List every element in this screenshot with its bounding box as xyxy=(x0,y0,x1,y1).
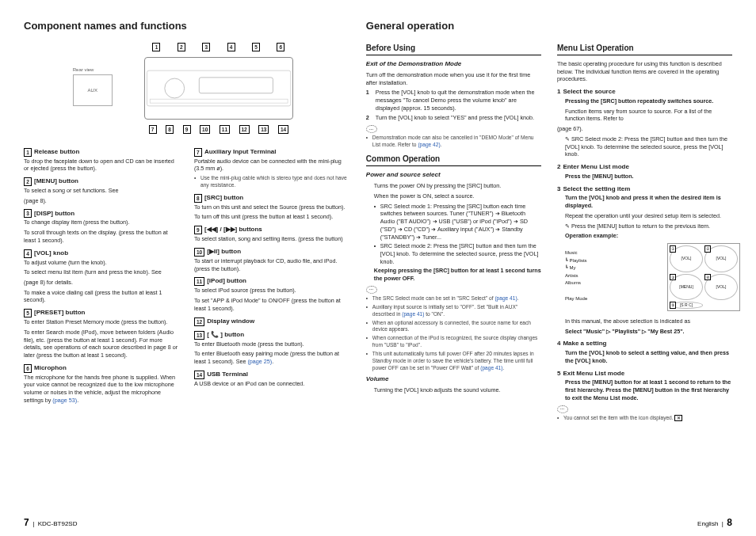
rear-view-label: Rear view xyxy=(73,67,94,72)
item-6-text: The microphone for the hands free phone … xyxy=(24,374,180,405)
locked-icon: ✕ xyxy=(674,415,682,421)
step-4-heading: 4 Make a setting xyxy=(557,340,732,348)
step-3-note: ✎ Press the [MENU] button to return to t… xyxy=(565,222,732,230)
item-13-heading: 13 [ 📞 ] button xyxy=(194,331,350,340)
callout-10: 10 xyxy=(200,125,210,134)
callout-8: 8 xyxy=(166,125,174,134)
demo-tip-item: Demonstration mode can also be cancelled… xyxy=(366,135,541,149)
exit-demo-subheading: Exit of the Demonstration Mode xyxy=(366,60,541,69)
src-tip-item: Auxiliary input source is initially set … xyxy=(366,304,541,318)
knob-4: [VOL] xyxy=(704,274,738,301)
volume-subheading: Volume xyxy=(366,375,541,384)
knob-1: [VOL] xyxy=(670,245,703,272)
tip-icon: ⋯ xyxy=(366,125,377,133)
svg-rect-0 xyxy=(147,70,290,106)
step-1-action: Pressing the [SRC] button repeatedly swi… xyxy=(565,97,732,105)
faceplate-diagram: 123456 Rear viewAUX 7891011121314 xyxy=(73,43,301,134)
callout-13: 13 xyxy=(258,125,269,134)
menu-intro: The basic operating procedure for using … xyxy=(557,60,732,83)
component-list-b: 7 Auxiliary Input TerminalPortable audio… xyxy=(194,143,350,407)
item-7-text: Portable audio device can be connected w… xyxy=(194,158,350,173)
step-3-heading: 3 Select the setting item xyxy=(557,185,732,194)
item-8-text: To turn on this unit and select the Sour… xyxy=(194,203,350,211)
knob-3: [MENU] xyxy=(670,274,703,301)
item-2-heading: 2 [MENU] button xyxy=(24,177,180,186)
common-op-heading: Common Operation xyxy=(366,154,541,167)
demo-intro: Turn off the demonstration mode when you… xyxy=(366,71,541,86)
item-6-heading: 6 Microphon xyxy=(24,364,180,373)
src-tip-item: The SRC Select mode can be set in "SRC S… xyxy=(366,295,541,302)
right-column: . Menu List Operation The basic operatin… xyxy=(557,19,732,528)
item-10-heading: 10 [▶II] button xyxy=(194,248,350,257)
knob-grid: [VOL][VOL][MENU][VOL][S R C] xyxy=(667,243,740,311)
callout-4: 4 xyxy=(227,43,235,51)
volume-text: Turning the [VOL] knob adjusts the sound… xyxy=(374,386,541,394)
power-source-subheading: Power and source select xyxy=(366,171,541,180)
item-9-text: To select station, song and setting item… xyxy=(194,235,350,243)
callout-6: 6 xyxy=(277,43,284,51)
head-unit-outline xyxy=(144,57,293,120)
middle-column: General operation Before Using Exit of t… xyxy=(366,19,541,528)
src-mode-item: SRC Select mode 2: Press the [SRC] butto… xyxy=(374,242,541,265)
step-2-action: Press the [MENU] button. xyxy=(565,173,732,181)
callout-5: 5 xyxy=(252,43,260,51)
tip-text: You cannot set the item with the icon di… xyxy=(563,415,674,420)
src-tip-item: This unit automatically turns full power… xyxy=(366,351,541,372)
step-3-desc: Repeat the operation until your desired … xyxy=(565,212,732,220)
left-title: Component names and functions xyxy=(24,19,350,33)
item-11-text: To set "APP & iPod Mode" to ON/OFF (pres… xyxy=(194,297,350,312)
item-14-heading: 14 USB Terminal xyxy=(194,371,350,379)
demo-steps: Press the [VOL] knob to quit the demonst… xyxy=(366,89,541,122)
callout-1: 1 xyxy=(152,43,160,51)
callout-9: 9 xyxy=(183,125,191,134)
before-using-heading: Before Using xyxy=(366,43,541,56)
item-1-heading: 1 Release button xyxy=(24,148,180,157)
callout-12: 12 xyxy=(239,125,250,134)
footer-right: English | 8 xyxy=(697,517,732,528)
item-7-note: Use the mini-plug cable which is stereo … xyxy=(194,175,350,189)
item-9-heading: 9 [◀◀] / [▶▶] buttons xyxy=(194,226,350,234)
callout-2: 2 xyxy=(178,43,185,51)
menu-steps: 1 Select the sourcePressing the [SRC] bu… xyxy=(557,88,732,401)
example-explain: In this manual, the above selection is i… xyxy=(565,317,732,325)
item-5-text: To enter Station Preset Memory mode (pre… xyxy=(24,318,180,326)
src-mode-list: SRC Select mode 1: Pressing the [SRC] bu… xyxy=(374,203,541,266)
step-5-heading: 5 Exit Menu List mode xyxy=(557,370,732,378)
footer-left: 7 | KDC-BT92SD xyxy=(24,517,77,528)
item-8-heading: 8 [SRC] button xyxy=(194,194,350,203)
callout-7: 7 xyxy=(149,125,157,134)
item-3-text: To change display item (press the button… xyxy=(24,219,180,226)
final-tip: You cannot set the item with the icon di… xyxy=(557,415,732,422)
svg-point-1 xyxy=(165,78,185,98)
step-5-action: Press the [MENU] button for at least 1 s… xyxy=(565,378,732,401)
knob-2: [VOL] xyxy=(704,245,738,272)
aux-jack: AUX xyxy=(73,74,113,106)
svg-rect-2 xyxy=(199,77,273,93)
callout-11: 11 xyxy=(220,125,230,134)
power-off-text: Keeping pressing the [SRC] button for at… xyxy=(374,267,541,282)
item-4-heading: 4 [VOL] knob xyxy=(24,249,180,258)
item-4-text: To make a voice dialing call (press the … xyxy=(24,289,180,304)
item-10-text: To start or interrupt playback for CD, a… xyxy=(194,257,350,272)
power-on-text: Turns the power ON by pressing the [SRC]… xyxy=(374,182,541,190)
unit-svg xyxy=(145,58,292,119)
demo-step: Turn the [VOL] knob to select "YES" and … xyxy=(366,114,541,122)
select-source-text: When the power is ON, select a source. xyxy=(374,192,541,200)
item-7-heading: 7 Auxiliary Input Terminal xyxy=(194,148,350,157)
menu-tree: Music┗ Playlists ┗ My Artists AlbumsPlay… xyxy=(565,249,587,302)
operation-example: Music┗ Playlists ┗ My Artists AlbumsPlay… xyxy=(565,243,740,314)
item-2-text: To select a song or set functions. See xyxy=(24,187,180,195)
step-1-note: ✎ SRC Select mode 2: Press the [SRC] but… xyxy=(565,135,732,158)
demo-tip-list: Demonstration mode can also be cancelled… xyxy=(366,135,541,149)
item-8-text: To turn off this unit (press the button … xyxy=(194,213,350,221)
op-example-label: Operation example: xyxy=(565,232,732,240)
tip-icon: ⋯ xyxy=(366,286,377,294)
component-list-a: 1 Release buttonTo drop the faceplate do… xyxy=(24,143,180,407)
step-4-action: Turn the [VOL] knob to select a setting … xyxy=(565,349,732,364)
callout-3: 3 xyxy=(202,43,210,51)
src-tip-item: When connection of the iPod is recognize… xyxy=(366,335,541,349)
item-3-heading: 3 [DISP] button xyxy=(24,209,180,218)
step-3-action: Turn the [VOL] knob and press it when th… xyxy=(565,194,732,209)
item-14-text: A USB device or an iPod can be connected… xyxy=(194,380,350,388)
tip-icon: ⋯ xyxy=(557,405,568,413)
